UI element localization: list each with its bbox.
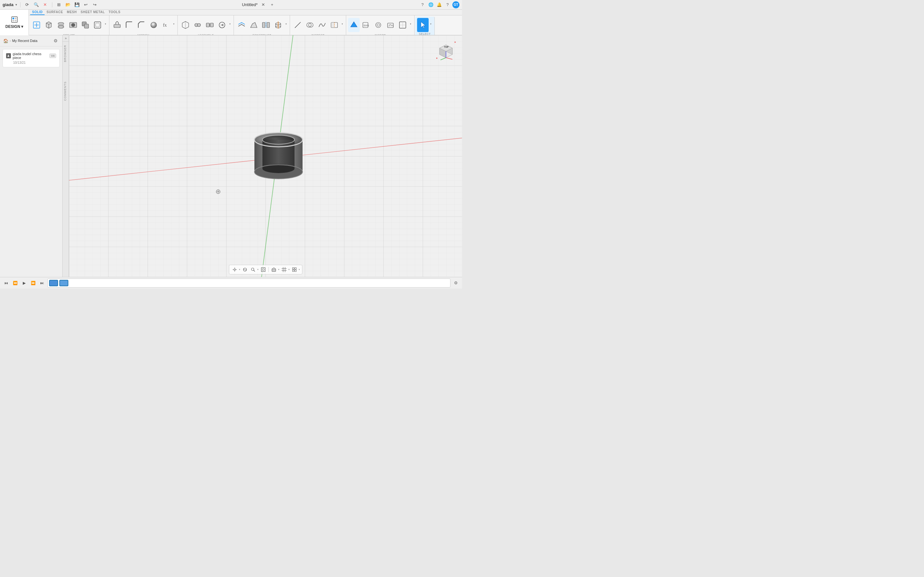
globe-btn[interactable]: 🌐 [427,1,435,8]
parameters-btn[interactable]: fx [160,18,172,32]
refresh-btn[interactable]: ⟳ [24,1,31,8]
axis-origin [215,189,220,193]
insert-mesh-btn[interactable] [348,18,360,32]
zoom-dropdown[interactable]: ▾ [257,268,258,271]
recent-item-name: giada trudel chess piece [13,52,47,60]
press-pull-btn[interactable] [111,18,123,32]
timeline-block-2[interactable] [59,280,68,286]
create-dropdown-btn[interactable]: ▾ [104,23,107,27]
user-avatar[interactable]: GT [452,1,459,8]
grid-dropdown[interactable]: ▾ [288,268,290,271]
side-strip-expand-btn[interactable]: » [63,35,69,42]
visual-style-btn[interactable] [270,266,277,273]
home-icon[interactable]: 🏠 [3,39,8,43]
midplane-btn[interactable] [260,18,272,32]
play-next-btn[interactable]: ⏩ [29,279,37,287]
side-strip: » BROWSER COMMENTS [63,35,69,277]
insert-dxf-btn[interactable] [373,18,384,32]
open-btn[interactable]: 📂 [65,1,71,8]
joint-btn[interactable] [192,18,204,32]
undo-btn[interactable]: ↩ [82,1,89,8]
redo-btn[interactable]: ↪ [91,1,99,8]
orbit-btn[interactable] [241,266,248,273]
zoom-fit-btn[interactable] [260,266,267,273]
comments-label[interactable]: COMMENTS [63,78,69,104]
pan-dropdown[interactable]: ▾ [239,268,240,271]
timeline-block-1[interactable] [49,280,58,286]
settings-gear-btn[interactable]: ⚙ [52,37,59,44]
tab-mesh[interactable]: MESH [65,10,79,15]
decal-btn[interactable] [384,18,396,32]
new-sketch-btn[interactable] [31,18,42,32]
zoom-window-btn[interactable] [249,266,256,273]
search-btn[interactable]: 🔍 [33,1,40,8]
insert-svg-btn[interactable]: SVG [360,18,372,32]
box-btn[interactable] [43,18,55,32]
svg-rect-2 [15,18,16,19]
notifications-btn[interactable]: 🔔 [436,1,443,8]
grid-btn[interactable] [280,266,288,273]
tab-tools[interactable]: TOOLS [107,10,123,15]
app-dropdown-icon[interactable]: ▾ [15,3,17,6]
modify-dropdown-btn[interactable]: ▾ [172,23,176,27]
measure-btn[interactable] [292,18,304,32]
save-btn[interactable]: 💾 [73,1,81,8]
apps-btn[interactable]: ⊞ [55,1,63,8]
new-tab-btn[interactable]: + [268,1,276,8]
nav-cube[interactable]: TOP [435,40,457,63]
hole-btn[interactable] [67,18,79,32]
svg-point-53 [377,24,380,26]
close-app-btn[interactable]: ✕ [42,1,49,8]
appearance-btn[interactable] [148,18,160,32]
timeline-settings-btn[interactable]: ⚙ [452,279,459,287]
select-dropdown-btn[interactable]: ▾ [429,23,433,27]
viewport-controls-dropdown[interactable]: ▾ [299,268,300,271]
design-label: DESIGN ▾ [5,24,23,29]
svg-line-87 [254,270,255,271]
recent-item[interactable]: ♟ giada trudel chess piece V4 10/13/21 [3,49,60,67]
play-last-btn[interactable]: ⏭ [39,279,45,287]
svg-rect-48 [331,23,334,27]
select-btn[interactable] [417,18,429,32]
shell-btn[interactable] [92,18,103,32]
new-component-btn[interactable] [180,18,191,32]
help-btn[interactable]: ? [419,1,426,8]
plane-angle-btn[interactable] [248,18,260,32]
viewport[interactable]: TOP ▾ ▾ [69,35,462,277]
drive-joints-btn[interactable] [216,18,228,32]
play-first-btn[interactable]: ⏮ [3,279,10,287]
3d-object[interactable] [246,121,310,185]
question-btn[interactable]: ? [444,1,451,8]
inspect-dropdown-btn[interactable]: ▾ [341,23,344,27]
visual-style-dropdown[interactable]: ▾ [278,268,279,271]
interference-btn[interactable] [304,18,316,32]
play-btn[interactable]: ▶ [21,279,27,287]
design-button[interactable]: DESIGN ▾ [0,10,29,35]
tab-surface[interactable]: SURFACE [45,10,65,15]
timeline-track[interactable] [47,279,451,287]
svg-line-40 [295,27,296,27]
viewport-controls-btn[interactable] [291,266,298,273]
browser-label[interactable]: BROWSER [63,42,69,65]
axis-cylinder-btn[interactable] [272,18,284,32]
offset-plane-btn[interactable] [236,18,247,32]
close-tab-btn[interactable]: ✕ [260,1,267,8]
combine-btn[interactable] [79,18,91,32]
revolve-btn[interactable] [55,18,67,32]
canvas-btn[interactable] [397,18,409,32]
svg-rect-88 [261,268,265,271]
fillet-btn[interactable] [124,18,135,32]
construct-dropdown-btn[interactable]: ▾ [284,23,288,27]
curvature-btn[interactable] [317,18,328,32]
tab-sheet-metal[interactable]: SHEET METAL [79,10,107,15]
rigid-group-btn[interactable] [204,18,216,32]
assemble-dropdown-btn[interactable]: ▾ [228,23,232,27]
tab-solid[interactable]: SOLID [30,10,45,15]
play-prev-btn[interactable]: ⏪ [11,279,19,287]
insert-dropdown-btn[interactable]: ▾ [409,23,412,27]
svg-point-44 [307,23,311,27]
svg-text:SVG: SVG [363,24,369,27]
section-analysis-btn[interactable] [328,18,340,32]
pan-btn[interactable] [231,266,238,273]
chamfer-btn[interactable] [136,18,147,32]
